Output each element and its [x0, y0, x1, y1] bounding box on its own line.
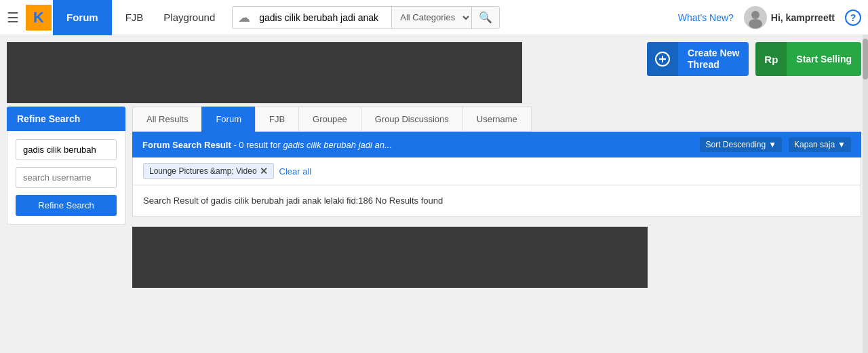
main-container: Refine Search Refine Search All Results … — [0, 107, 868, 288]
create-thread-label: Create New Thread — [678, 48, 749, 71]
tab-all-results[interactable]: All Results — [132, 107, 201, 132]
sell-icon: Rp — [755, 42, 787, 76]
results-header: Forum Search Result - 0 result for gadis… — [132, 132, 861, 157]
filter-tag: Lounge Pictures &amp; Video ✕ — [143, 163, 274, 179]
logo-box[interactable]: K — [26, 5, 52, 31]
user-area[interactable]: Hi, kamprreett — [744, 6, 835, 29]
refine-search-button[interactable]: Refine Search — [16, 195, 117, 216]
sort-label: Sort Descending — [705, 140, 766, 149]
no-results: Search Result of gadis cilik berubah jad… — [132, 185, 861, 217]
filter-tag-label: Lounge Pictures &amp; Video — [149, 166, 257, 176]
create-thread-icon — [647, 42, 678, 76]
start-selling-button[interactable]: Rp Start Selling — [755, 42, 861, 76]
time-label: Kapan saja — [794, 140, 835, 149]
sidebar-body: Refine Search — [7, 131, 125, 225]
time-dropdown[interactable]: Kapan saja ▼ — [789, 137, 851, 152]
filter-tag-remove[interactable]: ✕ — [260, 166, 268, 176]
avatar — [744, 6, 767, 29]
nav-forum-label: Forum — [66, 12, 98, 23]
create-thread-button[interactable]: Create New Thread — [647, 42, 749, 76]
clear-all-link[interactable]: Clear all — [279, 166, 312, 176]
user-greeting: Hi, kamprreett — [771, 12, 835, 23]
nav-playground-label: Playground — [163, 12, 215, 23]
keyword-input[interactable] — [16, 139, 117, 160]
search-button[interactable]: 🔍 — [471, 7, 499, 29]
cloud-icon: ☁ — [233, 10, 256, 25]
sidebar-header: Refine Search — [7, 107, 125, 131]
results-count-text: - 0 result for — [233, 140, 280, 150]
bottom-banner — [132, 227, 648, 288]
time-chevron-icon: ▼ — [837, 140, 846, 149]
results-title-text: Forum Search Result — [142, 140, 231, 150]
nav-fjb[interactable]: FJB — [115, 0, 154, 35]
svg-point-1 — [751, 11, 760, 19]
category-select[interactable]: All Categories — [391, 7, 471, 29]
results-title: Forum Search Result - 0 result for gadis… — [142, 140, 392, 150]
nav-fjb-label: FJB — [125, 12, 144, 23]
scrollbar-track[interactable] — [863, 35, 868, 353]
top-navigation: ☰ K Forum FJB Playground ☁ All Categorie… — [0, 0, 868, 35]
help-icon[interactable]: ? — [845, 10, 861, 26]
top-banner — [7, 42, 522, 103]
search-input[interactable] — [256, 12, 391, 23]
logo-icon: K — [33, 9, 44, 26]
tab-username[interactable]: Username — [462, 107, 532, 132]
tab-group-discussions[interactable]: Group Discussions — [361, 107, 462, 132]
tab-forum[interactable]: Forum — [201, 107, 255, 132]
sort-chevron-icon: ▼ — [768, 140, 776, 149]
tab-fjb[interactable]: FJB — [255, 107, 298, 132]
tabs: All Results Forum FJB Groupee Group Disc… — [132, 107, 861, 132]
search-bar: ☁ All Categories 🔍 — [232, 6, 500, 29]
no-results-text: Search Result of gadis cilik berubah jad… — [143, 196, 443, 206]
sidebar: Refine Search Refine Search — [7, 107, 125, 288]
username-input[interactable] — [16, 167, 117, 188]
filter-bar: Lounge Pictures &amp; Video ✕ Clear all — [132, 157, 861, 185]
top-section: Create New Thread Rp Start Selling — [0, 35, 868, 103]
hamburger-menu[interactable]: ☰ — [7, 10, 19, 26]
start-selling-label: Start Selling — [787, 54, 861, 64]
whats-new-link[interactable]: What's New? — [678, 12, 734, 23]
nav-right: What's New? Hi, kamprreett ? — [678, 6, 861, 29]
results-query: gadis cilik berubah jadi an... — [283, 140, 391, 150]
nav-playground[interactable]: Playground — [153, 0, 225, 35]
scrollbar-thumb[interactable] — [863, 39, 868, 79]
nav-forum[interactable]: Forum — [53, 0, 112, 35]
content-area: All Results Forum FJB Groupee Group Disc… — [132, 107, 861, 288]
sort-area: Sort Descending ▼ Kapan saja ▼ — [700, 137, 851, 152]
tab-groupee[interactable]: Groupee — [298, 107, 361, 132]
sort-dropdown[interactable]: Sort Descending ▼ — [700, 137, 782, 152]
svg-point-2 — [749, 19, 762, 29]
